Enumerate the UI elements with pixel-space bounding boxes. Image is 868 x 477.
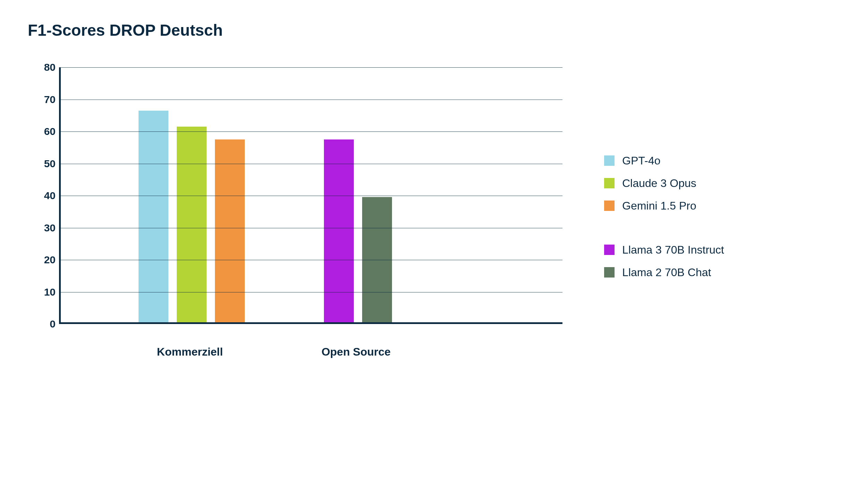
legend-item: Llama 2 70B Chat (604, 266, 724, 279)
bars-layer (61, 67, 562, 322)
bar (215, 139, 245, 322)
legend-swatch (604, 245, 615, 255)
legend-label: Claude 3 Opus (622, 177, 696, 190)
legend-swatch (604, 155, 615, 166)
gridline (61, 228, 562, 228)
bar (177, 127, 207, 322)
legend-item: Claude 3 Opus (604, 177, 724, 190)
legend-item: GPT-4o (604, 154, 724, 167)
legend-label: Gemini 1.5 Pro (622, 199, 696, 212)
legend-group: Llama 3 70B InstructLlama 2 70B Chat (604, 244, 724, 279)
gridline (61, 196, 562, 196)
gridline (61, 164, 562, 164)
legend-swatch (604, 178, 615, 188)
y-tick-label: 60 (28, 126, 56, 137)
bar (324, 139, 354, 322)
legend-swatch (604, 267, 615, 278)
bar (139, 111, 168, 323)
gridline (61, 292, 562, 292)
plot-area (59, 67, 562, 324)
y-tick-label: 0 (28, 318, 56, 330)
legend: GPT-4oClaude 3 OpusGemini 1.5 ProLlama 3… (604, 145, 724, 289)
gridline (61, 260, 562, 260)
x-category-label: Open Source (287, 338, 426, 366)
y-tick-label: 30 (28, 222, 56, 234)
legend-label: Llama 2 70B Chat (622, 266, 711, 279)
legend-swatch (604, 201, 615, 211)
chart-title: F1-Scores DROP Deutsch (28, 21, 840, 40)
gridline (61, 100, 562, 100)
y-tick-label: 50 (28, 158, 56, 170)
gridline (61, 67, 562, 68)
y-tick-label: 20 (28, 254, 56, 266)
chart-container: 01020304050607080KommerziellOpen Source … (28, 67, 840, 366)
y-tick-label: 70 (28, 94, 56, 105)
y-tick-label: 80 (28, 61, 56, 73)
y-tick-label: 40 (28, 190, 56, 202)
legend-item: Llama 3 70B Instruct (604, 244, 724, 256)
legend-group: GPT-4oClaude 3 OpusGemini 1.5 Pro (604, 154, 724, 212)
legend-label: Llama 3 70B Instruct (622, 244, 724, 256)
legend-item: Gemini 1.5 Pro (604, 199, 724, 212)
legend-label: GPT-4o (622, 154, 660, 167)
plot: 01020304050607080KommerziellOpen Source (28, 67, 562, 366)
gridline (61, 131, 562, 132)
y-tick-label: 10 (28, 286, 56, 298)
x-category-label: Kommerziell (120, 338, 259, 366)
